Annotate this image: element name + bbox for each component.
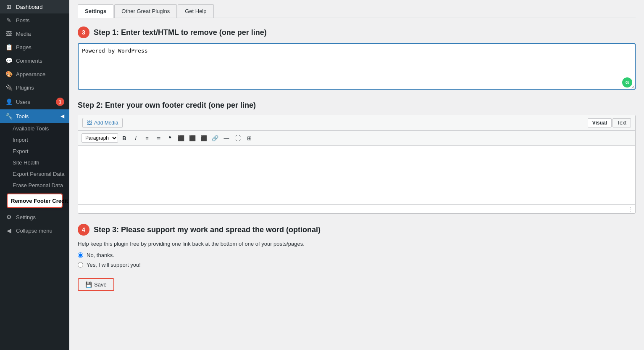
sidebar-item-import[interactable]: Import [0, 134, 69, 146]
sidebar-item-tools[interactable]: 🔧 Tools ◀ [0, 109, 69, 123]
sidebar-item-export[interactable]: Export [0, 146, 69, 157]
view-tabs: Visual Text [588, 118, 631, 127]
dashboard-icon: ⊞ [5, 3, 13, 10]
more-button[interactable]: — [221, 133, 231, 143]
editor-toolbar: Paragraph B I ≡ ≣ ❝ ⬛ ⬛ ⬛ 🔗 — ⛶ ⊞ [78, 131, 635, 146]
posts-icon: ✎ [5, 17, 13, 24]
step3-description: Help keep this plugin free by providing … [78, 241, 636, 247]
step1-heading-row: 3 Step 1: Enter text/HTML to remove (one… [78, 27, 636, 38]
settings-icon: ⚙ [5, 214, 13, 220]
italic-button[interactable]: I [131, 133, 141, 143]
users-badge: 1 [56, 98, 64, 106]
resize-handle[interactable]: ⋮ [78, 204, 635, 213]
align-left-button[interactable]: ⬛ [176, 133, 186, 143]
radio-yes-support: Yes, I will support you! [78, 262, 636, 268]
tab-get-help[interactable]: Get Help [178, 4, 213, 18]
save-button[interactable]: 💾 Save [78, 278, 114, 291]
radio-no-thanks-input[interactable] [78, 252, 83, 258]
sidebar-item-pages[interactable]: 📋 Pages [0, 40, 69, 54]
tools-arrow-icon: ◀ [60, 113, 64, 119]
main-content: Settings Other Great Plugins Get Help 3 … [69, 0, 644, 350]
add-media-button[interactable]: 🖼 Add Media [82, 118, 123, 128]
sidebar: ⊞ Dashboard ✎ Posts 🖼 Media 📋 Pages 💬 Co… [0, 0, 69, 350]
bold-button[interactable]: B [119, 133, 129, 143]
radio-yes-support-input[interactable] [78, 262, 83, 268]
radio-yes-support-label: Yes, I will support you! [87, 262, 141, 268]
step1-heading: Step 1: Enter text/HTML to remove (one p… [94, 28, 267, 37]
pages-icon: 📋 [5, 44, 13, 50]
sidebar-item-plugins[interactable]: 🔌 Plugins [0, 81, 69, 94]
tabs-bar: Settings Other Great Plugins Get Help [78, 0, 636, 18]
tools-submenu: Available Tools Import Export Site Healt… [0, 123, 69, 210]
sidebar-item-dashboard[interactable]: ⊞ Dashboard [0, 0, 69, 13]
step3-badge: 4 [78, 224, 89, 236]
media-icon: 🖼 [5, 30, 13, 37]
sidebar-item-export-personal-data[interactable]: Export Personal Data [0, 168, 69, 180]
step3-section: 4 Step 3: Please support my work and spr… [78, 224, 636, 268]
sidebar-collapse-menu[interactable]: ◀ Collapse menu [0, 224, 69, 237]
step1-section: 3 Step 1: Enter text/HTML to remove (one… [78, 27, 636, 91]
editor-container: 🖼 Add Media Visual Text Paragraph B I ≡ … [78, 115, 636, 214]
tab-other-plugins[interactable]: Other Great Plugins [114, 4, 177, 18]
appearance-icon: 🎨 [5, 71, 13, 77]
grammarly-button[interactable]: G [622, 77, 632, 88]
comments-icon: 💬 [5, 57, 13, 64]
sidebar-item-media[interactable]: 🖼 Media [0, 27, 69, 40]
step1-badge: 3 [78, 27, 89, 38]
save-row: 💾 Save [78, 278, 636, 291]
paragraph-select[interactable]: Paragraph [81, 133, 118, 143]
editor-topbar: 🖼 Add Media Visual Text [78, 115, 635, 131]
blockquote-button[interactable]: ❝ [165, 133, 175, 143]
view-tab-text[interactable]: Text [612, 118, 631, 127]
sidebar-item-posts[interactable]: ✎ Posts [0, 13, 69, 27]
sidebar-item-comments[interactable]: 💬 Comments [0, 54, 69, 67]
sidebar-item-remove-footer-credit[interactable]: Remove Footer Credit 2 [7, 194, 63, 208]
sidebar-item-settings[interactable]: ⚙ Settings [0, 210, 69, 224]
table-button[interactable]: ⊞ [244, 133, 254, 143]
radio-no-thanks-label: No, thanks. [87, 252, 114, 258]
sidebar-item-appearance[interactable]: 🎨 Appearance [0, 67, 69, 81]
sidebar-item-available-tools[interactable]: Available Tools [0, 123, 69, 134]
tab-settings[interactable]: Settings [78, 4, 113, 18]
view-tab-visual[interactable]: Visual [588, 118, 612, 127]
step1-textarea-container: G [78, 43, 636, 91]
radio-no-thanks: No, thanks. [78, 252, 636, 258]
editor-body[interactable] [78, 146, 635, 204]
add-media-icon: 🖼 [87, 120, 92, 126]
plugins-icon: 🔌 [5, 84, 13, 91]
bullet-list-button[interactable]: ≡ [142, 133, 152, 143]
link-button[interactable]: 🔗 [210, 133, 220, 143]
align-right-button[interactable]: ⬛ [199, 133, 209, 143]
step2-section: Step 2: Enter your own footer credit (on… [78, 101, 636, 214]
ordered-list-button[interactable]: ≣ [153, 133, 163, 143]
collapse-icon: ◀ [5, 227, 13, 234]
step1-textarea[interactable] [78, 43, 636, 90]
users-icon: 👤 [5, 98, 13, 105]
sidebar-item-users[interactable]: 👤 Users 1 [0, 94, 69, 109]
tools-icon: 🔧 [5, 113, 13, 119]
step2-heading-row: Step 2: Enter your own footer credit (on… [78, 101, 636, 110]
sidebar-item-remove-footer-credit-container: Remove Footer Credit 2 [0, 191, 69, 210]
step2-heading: Step 2: Enter your own footer credit (on… [78, 101, 256, 110]
sidebar-item-erase-personal-data[interactable]: Erase Personal Data [0, 180, 69, 191]
sidebar-item-site-health[interactable]: Site Health [0, 157, 69, 168]
step3-heading-row: 4 Step 3: Please support my work and spr… [78, 224, 636, 236]
align-center-button[interactable]: ⬛ [187, 133, 197, 143]
fullscreen-button[interactable]: ⛶ [233, 133, 243, 143]
step3-heading: Step 3: Please support my work and sprea… [94, 225, 321, 234]
save-icon: 💾 [85, 281, 92, 288]
